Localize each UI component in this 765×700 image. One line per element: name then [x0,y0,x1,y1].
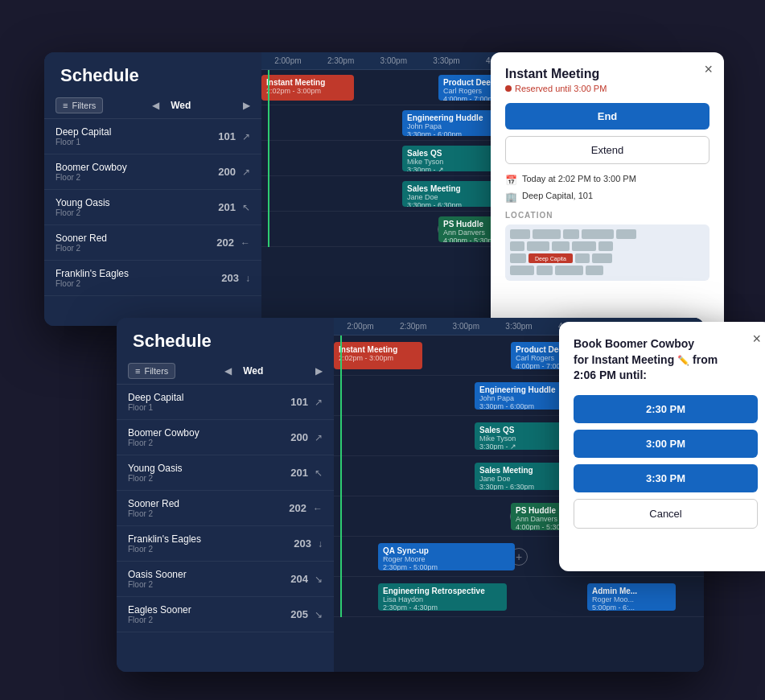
close-button-2[interactable]: × [752,331,761,346]
nav-forward-1[interactable]: ▶ [243,100,250,111]
event-eng-retro: Engineering Retrospective Lisa Haydon 2:… [378,583,507,611]
list-item: Deep Capital Floor 1 101 ↗ [44,119,261,154]
schedule-title-1: Schedule [44,52,261,93]
pencil-icon: ✏️ [677,355,689,366]
building-icon: 🏢 [505,191,517,203]
filter-icon: ≡ [63,101,68,110]
arrow-icon: ↖ [315,467,323,479]
now-line [340,336,342,617]
book-room-panel: × Book Boomer Cowboy for Instant Meeting… [559,322,765,571]
calendar-icon: 📅 [505,175,517,186]
nav-back-1[interactable]: ◀ [152,100,159,111]
event-instant-meeting: Instant Meeting 2:02pm - 3:00pm [261,75,354,101]
location-info: 🏢 Deep Capital, 101 [505,191,709,203]
toolbar-2: ≡ Filters ◀ Wed ▶ [117,358,334,385]
filter-button-1[interactable]: ≡ Filters [56,97,103,113]
panel2-title: Book Boomer Cowboy for Instant Meeting ✏… [574,336,758,384]
rooms-2: Deep Capital Floor 1 101 ↗ Boomer Cowboy… [117,385,334,632]
datetime-info: 📅 Today at 2:02 PM to 3:00 PM [505,174,709,186]
list-item: Young Oasis Floor 2 201 ↖ [117,455,334,491]
status-dot [505,85,512,92]
time-slot-230[interactable]: 2:30 PM [574,395,758,423]
now-line [268,70,269,247]
event-sales-qs-2: Sales QS Mike Tyson 3:30pm - ↗ [475,422,571,450]
event-instant-meeting-2: Instant Meeting 2:02pm - 3:00pm [334,342,422,369]
room-list-panel-1: Schedule ≡ Filters ◀ Wed ▶ Deep Capital … [44,52,261,326]
location-section-label: LOCATION [505,211,709,220]
close-button-1[interactable]: × [704,62,713,76]
event-qa-sync: QA Sync-up Roger Moore 2:30pm - 5:00pm [378,543,515,570]
location-highlight: Deep Capita [529,253,573,263]
list-item: Franklin's Eagles Floor 2 203 ↓ [117,526,334,562]
panel-title-1: Instant Meeting [505,67,709,81]
list-item: Sooner Red Floor 2 202 ← [44,225,261,261]
schedule-title-2: Schedule [117,318,334,358]
toolbar-1: ≡ Filters ◀ Wed ▶ [44,93,261,119]
list-item: Boomer Cowboy Floor 2 200 ↗ [117,420,334,455]
list-item: Franklin's Eagles Floor 2 203 ↓ [44,261,261,296]
arrow-icon: ↓ [245,273,250,284]
location-map: Deep Capita [505,224,709,281]
room-list-panel-2: Schedule ≡ Filters ◀ Wed ▶ Deep Capital … [117,318,334,672]
arrow-icon: ↖ [242,202,250,213]
list-item: Sooner Red Floor 2 202 ← [117,491,334,526]
list-item: Boomer Cowboy Floor 2 200 ↗ [44,154,261,190]
cancel-button[interactable]: Cancel [574,499,758,529]
day-label-1: Wed [171,100,191,111]
arrow-icon: ↗ [315,397,323,408]
arrow-icon: ↘ [315,609,323,620]
time-slot-330[interactable]: 3:30 PM [574,464,758,492]
arrow-icon: ↘ [315,574,323,585]
arrow-icon: ↗ [315,432,323,443]
arrow-icon: ← [241,237,250,249]
reserved-status: Reserved until 3:00 PM [505,84,709,93]
arrow-icon: ↗ [242,167,250,178]
filter-icon: ≡ [135,366,140,376]
event-admin-me: Admin Me... Roger Moo... 5:00pm - 6:... [587,583,676,611]
list-item: Young Oasis Floor 2 201 ↖ [44,190,261,225]
list-item: Deep Capital Floor 1 101 ↗ [117,385,334,420]
nav-forward-2[interactable]: ▶ [315,365,323,377]
arrow-icon: ↓ [318,538,323,550]
end-button[interactable]: End [505,103,709,130]
instant-meeting-panel: × Instant Meeting Reserved until 3:00 PM… [491,52,724,342]
nav-back-2[interactable]: ◀ [224,365,232,377]
arrow-icon: ↗ [242,131,250,142]
time-slot-300[interactable]: 3:00 PM [574,430,758,458]
list-item: Eagles Sooner Floor 2 205 ↘ [117,597,334,632]
rooms-1: Deep Capital Floor 1 101 ↗ Boomer Cowboy… [44,119,261,296]
filter-button-2[interactable]: ≡ Filters [128,363,175,379]
arrow-icon: ← [313,503,323,514]
table-row: Engineering Retrospective Lisa Haydon 2:… [334,577,704,617]
day-label-2: Wed [243,365,263,377]
extend-button[interactable]: Extend [505,136,709,164]
list-item: Oasis Sooner Floor 2 204 ↘ [117,562,334,597]
